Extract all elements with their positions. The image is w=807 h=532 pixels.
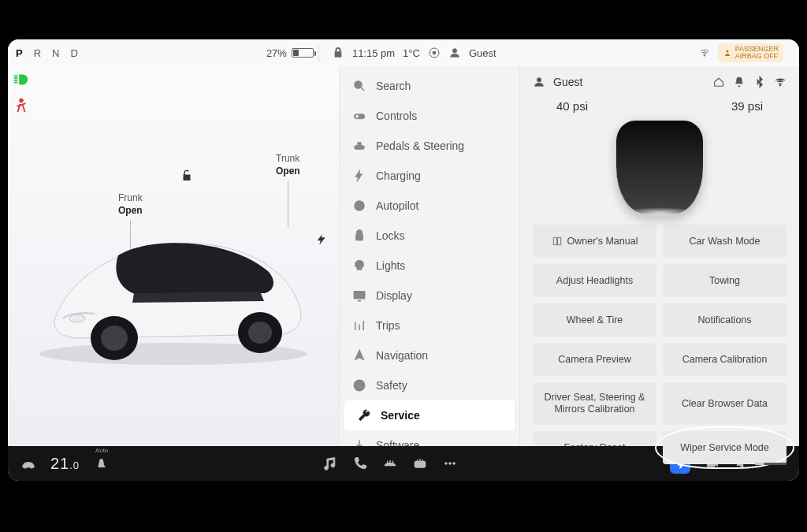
nav-pedals-label: Pedals & Steering (376, 140, 464, 152)
btn-seat-calibration[interactable]: Driver Seat, Steering & Mirrors Calibrat… (533, 382, 656, 425)
trunk-label-group[interactable]: Trunk Open (276, 153, 300, 177)
defrost-front-icon[interactable] (382, 456, 398, 471)
battery-percent: 27% (266, 47, 287, 59)
phone-icon[interactable] (352, 456, 368, 471)
nav-navigation-label: Navigation (376, 349, 428, 362)
service-panel: Guest 40 psi 39 psi Owner's Manual (520, 66, 799, 446)
btn-wiper-service[interactable]: Wiper Service Mode (663, 431, 787, 464)
touchscreen: P R N D 27% 11:15 pm 1°C Guest PASSENGER (8, 39, 799, 481)
settings-nav: Search Controls Pedals & Steering Chargi… (339, 66, 520, 446)
svg-rect-23 (415, 462, 425, 468)
nav-navigation[interactable]: Navigation (340, 340, 519, 370)
panel-profile-name[interactable]: Guest (553, 76, 582, 88)
svg-point-8 (101, 326, 128, 351)
nav-safety-label: Safety (376, 379, 407, 392)
nav-locks[interactable]: Locks (340, 221, 519, 251)
profile-icon[interactable] (533, 76, 545, 88)
svg-point-26 (452, 463, 455, 465)
svg-point-10 (248, 322, 272, 344)
gear-d: D (70, 47, 79, 59)
svg-point-14 (355, 115, 359, 119)
svg-point-19 (537, 78, 541, 82)
btn-adjust-headlights[interactable]: Adjust Headlights (533, 264, 656, 297)
seatbelt-icon (13, 96, 30, 113)
svg-point-20 (779, 84, 781, 86)
nav-charging[interactable]: Charging (340, 161, 519, 191)
nav-autopilot[interactable]: Autopilot (340, 191, 519, 221)
clock[interactable]: 11:15 pm (352, 47, 395, 59)
nav-lights-label: Lights (376, 259, 405, 272)
psi-right: 39 psi (731, 99, 763, 113)
music-icon[interactable] (322, 456, 338, 471)
panel-header: Guest (533, 73, 787, 95)
nav-controls-label: Controls (376, 110, 417, 122)
battery-icon (292, 48, 314, 58)
profile-icon[interactable] (448, 47, 461, 59)
trunk-state: Open (276, 166, 300, 178)
nav-trips[interactable]: Trips (340, 311, 519, 340)
climate-temp[interactable]: 21 .0 (50, 455, 80, 473)
vehicle-top-view[interactable] (616, 121, 703, 215)
gear-r: R (34, 47, 43, 59)
nav-locks-label: Locks (376, 229, 405, 242)
btn-notifications[interactable]: Notifications (663, 303, 787, 337)
btn-car-wash[interactable]: Car Wash Mode (663, 225, 787, 258)
nav-trips-label: Trips (376, 319, 400, 332)
svg-point-3 (704, 55, 705, 57)
nav-software[interactable]: Software (340, 430, 519, 446)
defrost-rear-icon[interactable] (412, 456, 428, 471)
nav-autopilot-label: Autopilot (376, 199, 418, 212)
svg-rect-15 (358, 143, 362, 145)
btn-clear-browser[interactable]: Clear Browser Data (663, 382, 787, 425)
temp-dec: .0 (69, 459, 80, 471)
btn-wheel-tire[interactable]: Wheel & Tire (533, 303, 656, 337)
nav-lights[interactable]: Lights (340, 251, 519, 281)
wifi-icon[interactable] (699, 47, 710, 58)
lock-icon[interactable] (332, 47, 344, 59)
gear-indicator: P R N D (16, 47, 80, 59)
btn-camera-preview[interactable]: Camera Preview (533, 343, 656, 376)
nav-search[interactable]: Search (340, 71, 519, 101)
nav-software-label: Software (376, 439, 419, 446)
trunk-label: Trunk (276, 153, 300, 166)
vehicle-render[interactable] (24, 200, 323, 374)
svg-point-25 (448, 463, 451, 465)
svg-rect-17 (354, 292, 365, 299)
svg-point-4 (726, 50, 728, 53)
nav-display-label: Display (376, 289, 412, 302)
temp-whole: 21 (50, 455, 69, 473)
seat-auto-label: Auto (95, 447, 108, 454)
btn-camera-calibration[interactable]: Camera Calibration (663, 343, 787, 376)
airbag-warning: PASSENGER AIRBAG OFF (718, 43, 783, 62)
nav-service[interactable]: Service (344, 400, 515, 430)
more-icon[interactable] (442, 456, 458, 471)
homelink-icon[interactable] (712, 76, 725, 88)
sentry-icon[interactable] (428, 47, 441, 59)
telltales (13, 71, 30, 113)
btn-towing[interactable]: Towing (663, 264, 787, 297)
nav-charging-label: Charging (376, 169, 421, 182)
profile-name[interactable]: Guest (469, 47, 496, 59)
notifications-icon[interactable] (733, 76, 746, 88)
nav-safety[interactable]: Safety (340, 370, 519, 400)
gear-n: N (52, 47, 61, 59)
bluetooth-icon[interactable] (753, 76, 766, 88)
nav-service-label: Service (381, 409, 420, 422)
svg-point-22 (31, 467, 33, 469)
outside-temp[interactable]: 1°C (403, 47, 420, 59)
nav-display[interactable]: Display (340, 281, 519, 311)
vehicle-unlock-icon[interactable] (180, 169, 194, 183)
volume-slider[interactable] (755, 463, 787, 465)
gear-p: P (16, 47, 24, 59)
nav-controls[interactable]: Controls (340, 101, 519, 131)
svg-point-11 (69, 314, 85, 322)
battery-status[interactable]: 27% (266, 47, 314, 59)
btn-owners-manual[interactable]: Owner's Manual (533, 225, 656, 258)
vehicle-panel: Frunk Open Trunk Open (8, 66, 339, 446)
wifi-icon[interactable] (774, 76, 787, 88)
seat-heater-driver[interactable]: Auto (94, 454, 110, 473)
car-controls-icon[interactable] (20, 456, 36, 471)
nav-pedals[interactable]: Pedals & Steering (340, 131, 519, 161)
svg-point-21 (24, 467, 26, 469)
psi-left: 40 psi (556, 99, 588, 113)
